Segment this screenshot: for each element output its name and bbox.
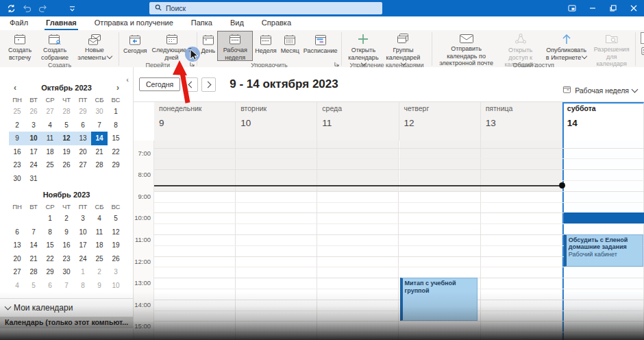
mini-day[interactable]: 23 (58, 252, 75, 266)
ribbon-display-options-icon[interactable] (562, 0, 582, 16)
mini-day[interactable]: 30 (58, 265, 75, 279)
mini-day[interactable]: 10 (75, 226, 91, 239)
mini-day[interactable]: 8 (108, 119, 124, 132)
mini-day[interactable]: 1 (108, 105, 124, 119)
mini-day[interactable]: 14 (25, 239, 42, 252)
tab-view[interactable]: Вид (229, 17, 245, 30)
mini-day[interactable]: 26 (25, 105, 42, 119)
day-header[interactable]: четверг12 (399, 102, 481, 141)
mini-day[interactable]: 19 (108, 239, 124, 252)
close-button[interactable] (623, 0, 644, 16)
publish-online-button[interactable]: Опубликовать в Интернете (543, 31, 591, 61)
mini-day[interactable]: 11 (91, 226, 108, 239)
mini-day[interactable]: 16 (58, 239, 75, 252)
mini-day[interactable]: 6 (75, 119, 91, 132)
mini-day[interactable]: 25 (42, 158, 58, 172)
mini-day[interactable]: 2 (91, 265, 108, 279)
my-calendars-header[interactable]: Мои календари (0, 303, 133, 313)
calendar-event[interactable]: Митап с учебной группой (400, 278, 478, 321)
mini-day[interactable]: 3 (108, 265, 124, 279)
mini-day[interactable]: 25 (9, 105, 25, 119)
mini-day[interactable]: 20 (9, 252, 25, 266)
prev-month-button[interactable]: ‹ (10, 82, 20, 93)
next-month-button[interactable]: › (113, 82, 123, 93)
mini-day[interactable]: 9 (91, 279, 108, 293)
new-appointment-button[interactable]: Создать встречу (3, 31, 37, 61)
maximize-button[interactable] (603, 0, 623, 16)
mini-day[interactable]: 11 (42, 132, 58, 145)
today-button[interactable]: Сегодня (139, 77, 180, 91)
minimize-button[interactable] (582, 0, 603, 16)
redo-icon[interactable] (38, 5, 47, 12)
forward-button[interactable] (201, 77, 216, 92)
day-header[interactable]: среда11 (317, 102, 399, 141)
new-meeting-button[interactable]: Создать собрание (37, 31, 73, 61)
mini-day[interactable]: 26 (58, 158, 75, 172)
tab-home[interactable]: Главная (45, 17, 78, 30)
tab-help[interactable]: Справка (260, 17, 293, 30)
mini-day[interactable]: 29 (108, 158, 124, 172)
mini-day[interactable]: 24 (75, 252, 91, 266)
qat-customize-icon[interactable] (69, 5, 75, 12)
mini-day[interactable]: 12 (108, 226, 124, 239)
calendar-event[interactable]: Обсудить с Еленой домашние заданияРабочи… (564, 234, 643, 267)
mini-day[interactable]: 8 (42, 226, 58, 239)
mini-day[interactable]: 28 (58, 105, 75, 119)
send-receive-icon[interactable] (7, 4, 16, 13)
mini-day[interactable]: 8 (75, 279, 91, 293)
mini-day[interactable]: 7 (91, 119, 108, 132)
mini-day[interactable]: 3 (25, 119, 42, 132)
address-book-button[interactable]: Адресная книга (641, 47, 644, 57)
mini-day[interactable]: 6 (42, 279, 58, 293)
mini-day[interactable]: 21 (91, 145, 108, 159)
mini-day[interactable]: 17 (75, 239, 91, 252)
mini-day[interactable]: 5 (25, 279, 42, 293)
mini-day[interactable]: 28 (91, 158, 108, 172)
view-week-button[interactable]: Неделя (253, 31, 278, 61)
mini-day[interactable]: 2 (58, 212, 75, 226)
mini-day[interactable]: 18 (91, 239, 108, 252)
mini-day[interactable]: 14 (91, 132, 108, 145)
mini-day[interactable]: 1 (75, 265, 91, 279)
day-header[interactable]: вторник10 (236, 102, 317, 141)
mini-day[interactable]: 30 (9, 172, 25, 186)
undo-icon[interactable] (23, 5, 32, 12)
mini-day[interactable]: 20 (75, 145, 91, 159)
mini-day[interactable]: 7 (58, 279, 75, 293)
go-next7days-button[interactable]: Следующие 7 дней (149, 31, 195, 61)
mini-day[interactable]: 29 (75, 105, 91, 119)
mini-day[interactable]: 24 (25, 158, 42, 172)
mini-day[interactable]: 2 (9, 119, 25, 132)
mini-day[interactable]: 17 (25, 145, 42, 159)
mini-day[interactable]: 22 (42, 252, 58, 266)
mini-day[interactable]: 15 (42, 239, 58, 252)
day-header[interactable]: пятница13 (481, 102, 562, 141)
mini-day[interactable]: 15 (108, 132, 124, 145)
mini-day[interactable]: 31 (25, 172, 42, 186)
mini-day[interactable]: 29 (42, 265, 58, 279)
mini-day[interactable]: 7 (25, 226, 42, 239)
mini-day[interactable]: 10 (25, 132, 42, 145)
mini-day[interactable]: 3 (75, 212, 91, 226)
mini-day[interactable]: 25 (91, 252, 108, 266)
tab-folder[interactable]: Папка (190, 17, 214, 30)
mini-day[interactable]: 6 (9, 226, 25, 239)
collapse-pane-icon[interactable]: ‹ (126, 75, 129, 84)
mini-day[interactable]: 28 (25, 265, 42, 279)
view-month-button[interactable]: Месяц (279, 31, 301, 61)
calendar-groups-button[interactable]: Группы календарей (382, 31, 423, 61)
mini-day[interactable]: 19 (58, 145, 75, 159)
mini-day[interactable]: 9 (58, 226, 75, 239)
mini-day[interactable]: 16 (9, 145, 25, 159)
open-calendar-button[interactable]: Открыть календарь (344, 31, 382, 61)
tab-send-receive[interactable]: Отправка и получение (93, 17, 175, 30)
mini-day[interactable]: 27 (42, 105, 58, 119)
mini-day[interactable]: 27 (75, 158, 91, 172)
mini-day[interactable]: 26 (108, 252, 124, 266)
back-button[interactable] (184, 77, 198, 92)
mini-day[interactable]: 30 (91, 105, 108, 119)
people-search-input[interactable] (641, 32, 644, 44)
mini-day[interactable]: 10 (108, 279, 124, 293)
mini-day[interactable]: 23 (9, 158, 25, 172)
mini-day[interactable]: 5 (108, 212, 124, 226)
